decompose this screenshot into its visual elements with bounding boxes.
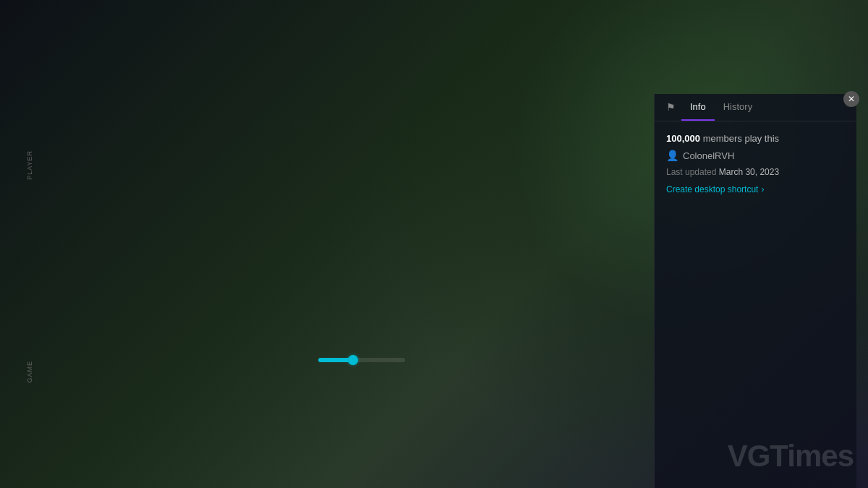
members-count: 100,000	[666, 133, 700, 144]
speed-slider-thumb[interactable]	[348, 355, 358, 365]
author-name: ColonelRVH	[683, 150, 734, 161]
members-play-label: members play this	[703, 133, 779, 144]
tab-info[interactable]: Info	[681, 94, 715, 121]
last-updated-date-value: March 30, 2023	[719, 167, 779, 177]
speed-slider-track[interactable]	[318, 358, 405, 362]
info-content: 100,000 members play this 👤 ColonelRVH L…	[655, 121, 856, 206]
author-user-icon: 👤	[666, 150, 678, 161]
info-panel: ✕ ⚑ Info History 100,000 members play th…	[654, 94, 856, 488]
shortcut-chevron-icon: ›	[761, 184, 764, 194]
bookmark-icon[interactable]: ⚑	[660, 94, 681, 121]
shortcut-label: Create desktop shortcut	[666, 184, 758, 194]
members-text: 100,000 members play this	[666, 133, 845, 144]
info-panel-close-button[interactable]: ✕	[843, 91, 859, 107]
last-updated-label: Last updated	[666, 167, 716, 177]
tab-history[interactable]: History	[715, 94, 761, 121]
sidebar-player-label: Player	[26, 150, 33, 180]
sidebar-game-label: Game	[26, 361, 33, 383]
info-tabs: ⚑ Info History	[655, 94, 856, 121]
create-shortcut-link[interactable]: Create desktop shortcut ›	[666, 184, 845, 194]
main-container: W 🔍 Home My games Explore Creators W WeM…	[0, 0, 868, 488]
vgtimes-watermark: VGTimes	[728, 439, 854, 474]
updated-text: Last updated March 30, 2023	[666, 167, 845, 177]
author-row: 👤 ColonelRVH	[666, 150, 845, 161]
